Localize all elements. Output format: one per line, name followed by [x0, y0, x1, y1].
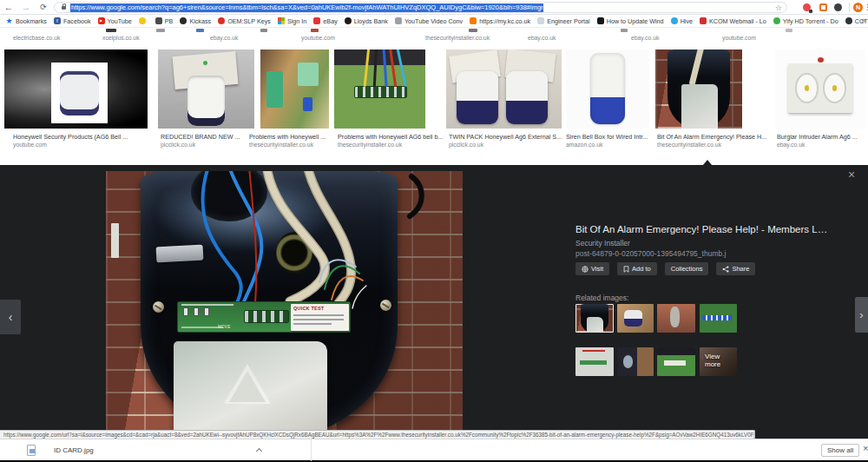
bookmark-item[interactable]: PB — [155, 17, 174, 25]
download-dropdown-icon[interactable] — [256, 448, 262, 454]
image-title[interactable]: Bit Of An Alarm Emergency! Please Help! … — [575, 224, 836, 234]
related-image[interactable] — [657, 347, 695, 376]
hive-icon — [671, 17, 678, 24]
bookmark-item[interactable]: Lloyds Bank — [345, 17, 388, 25]
result-thumbnail[interactable] — [158, 50, 254, 129]
bookmarks-overflow-icon[interactable]: » — [861, 15, 865, 28]
result-caption[interactable]: TWIN PACK Honeywell Ag6 External S...pic… — [449, 133, 562, 148]
previous-image-chevron[interactable]: ‹ — [0, 300, 21, 334]
bookmark-item[interactable]: Hive — [671, 17, 693, 25]
add-to-button[interactable]: Add to — [617, 262, 657, 275]
result-caption[interactable]: Burglar Intruder Alarm Ag6 ...ebay.co.uk — [777, 133, 865, 148]
browser-menu-icon[interactable]: ⋮ — [864, 0, 868, 15]
refresh-icon[interactable]: ⟳ — [36, 0, 50, 15]
image-results-area: electricbase.co.uk xcelplus.co.uk ebay.c… — [0, 28, 868, 165]
visit-button[interactable]: Visit — [575, 262, 609, 275]
bookmark-item[interactable]: Yify HD Torrent - Do — [773, 17, 838, 25]
bookmark-item[interactable]: Engineer Portal — [537, 17, 590, 25]
extension-icon-3[interactable] — [834, 3, 842, 11]
result-thumbnail[interactable] — [566, 50, 649, 129]
result-caption[interactable]: Honeywell Security Products (AG6 Bell ..… — [13, 133, 150, 148]
result-source[interactable]: ebay.co.uk — [631, 35, 659, 41]
result-source[interactable]: ebay.co.uk — [528, 35, 556, 41]
image-filename: post-64879-0-02057000-1395494795_thumb.j — [575, 249, 726, 258]
result-thumbnail[interactable] — [4, 50, 148, 129]
forward-icon[interactable]: → — [19, 0, 33, 15]
address-bar[interactable]: https://www.google.com/search?q=ag6+sire… — [54, 2, 787, 13]
related-image[interactable] — [657, 304, 695, 333]
related-images-label: Related images: — [575, 294, 628, 302]
bookmark-icon — [623, 266, 629, 273]
ebay-icon — [313, 17, 320, 24]
download-item[interactable]: ID CARD.jpg — [54, 439, 94, 461]
bookmark-item[interactable]: https://my.kc.co.uk — [470, 17, 530, 25]
result-thumbnail[interactable] — [775, 50, 865, 129]
lock-icon[interactable] — [62, 6, 66, 10]
site-icon — [395, 17, 402, 24]
download-bar: ID CARD.jpg Show all × — [0, 439, 868, 460]
result-thumbnail[interactable] — [446, 50, 562, 129]
microsoft-icon — [278, 17, 285, 24]
profile-avatar[interactable]: N — [853, 3, 863, 12]
webmail-icon — [700, 17, 707, 24]
result-source[interactable]: thesecurityinstaller.co.uk — [425, 35, 490, 41]
result-caption[interactable]: REDUCED! BRAND NEW ...picclick.co.uk — [161, 133, 256, 148]
collections-button[interactable]: Collections — [665, 262, 709, 275]
show-all-button[interactable]: Show all — [821, 444, 859, 457]
bookmark-item[interactable]: ★Bookmarks — [5, 17, 47, 25]
preview-image[interactable]: MOVE QUICK TEST — [106, 171, 463, 439]
bookmark-item[interactable]: How to Update Wind — [597, 17, 664, 25]
view-more-link[interactable]: View more — [705, 353, 731, 368]
circuit-board: MOVE QUICK TEST — [177, 301, 351, 333]
cropped-thumbnail-sliver — [621, 29, 628, 32]
toolbar-divider — [849, 3, 850, 12]
result-source[interactable]: youtube.com — [301, 35, 335, 41]
cropped-thumbnail-sliver — [156, 29, 165, 32]
bookmark-item[interactable]: YouTube Video Conv — [395, 17, 463, 25]
share-button[interactable]: Share — [716, 262, 755, 275]
cropped-thumbnail-sliver — [786, 29, 792, 32]
result-caption[interactable]: Siren Bell Box for Wired Intr...amazon.c… — [566, 133, 651, 148]
kcom-icon — [470, 17, 477, 24]
sounder-cover — [174, 341, 327, 439]
related-image[interactable] — [617, 347, 654, 376]
result-source[interactable]: youtube.com — [722, 35, 756, 41]
download-bar-close-icon[interactable]: × — [863, 443, 868, 453]
star-icon: ★ — [5, 17, 13, 24]
extension-icon-1[interactable] — [803, 3, 811, 11]
terminal-block — [244, 310, 289, 323]
site-icon — [345, 17, 352, 24]
result-thumbnail[interactable] — [334, 50, 425, 129]
next-image-chevron[interactable]: › — [855, 297, 868, 333]
related-image[interactable] — [617, 304, 654, 333]
result-caption[interactable]: Problems with Honeywell AG6 bell b...the… — [338, 133, 444, 148]
bookmark-item[interactable]: ▶YouTube — [98, 17, 132, 25]
result-caption[interactable]: Bit Of An Alarm Emergency! Please H...th… — [657, 133, 768, 148]
bookmark-item[interactable]: Kickass — [180, 17, 211, 25]
result-source[interactable]: ebay.co.uk — [210, 35, 238, 41]
bookmark-item[interactable]: KCOM Webmail - Lo — [700, 17, 766, 25]
bookmark-item[interactable]: fFacebook — [54, 17, 91, 25]
cropped-thumbnail-sliver — [311, 29, 319, 32]
related-image[interactable] — [575, 347, 614, 376]
close-icon[interactable]: × — [848, 168, 855, 181]
bookmark-item[interactable] — [139, 17, 148, 24]
extension-icon-2[interactable] — [819, 3, 827, 11]
result-thumbnail-selected[interactable] — [655, 50, 742, 129]
bookmark-item[interactable]: eBay — [313, 17, 337, 25]
result-source[interactable]: xcelplus.co.uk — [102, 35, 140, 41]
bookmark-item[interactable]: OEM:SLP Keys — [218, 17, 271, 25]
result-thumbnail[interactable] — [260, 50, 329, 129]
result-caption[interactable]: Problems with Honeywell ...thesecurityin… — [249, 133, 332, 148]
site-icon — [139, 17, 146, 24]
url-input[interactable]: https://www.google.com/search?q=ag6+sire… — [70, 3, 543, 12]
bookmark-star-icon[interactable]: ☆ — [775, 3, 782, 13]
result-source[interactable]: electricbase.co.uk — [13, 35, 60, 41]
related-image-selected[interactable] — [575, 304, 614, 333]
back-icon[interactable]: ← — [2, 0, 16, 15]
related-image[interactable] — [700, 304, 737, 333]
facebook-icon: f — [54, 17, 61, 24]
cropped-thumbnail-sliver — [469, 29, 477, 32]
bookmark-item[interactable]: Sign In — [278, 17, 306, 25]
pcb-move-label: MOVE — [218, 325, 230, 329]
